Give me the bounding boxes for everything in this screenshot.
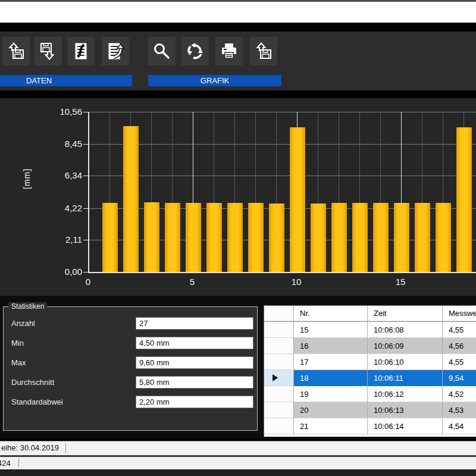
- statistic-label: Min: [11, 339, 24, 347]
- bar: [352, 203, 368, 272]
- statistic-row: Standardabwei: [4, 396, 257, 408]
- table-cell[interactable]: 10:06:13: [368, 402, 443, 418]
- document-delete-icon: [71, 41, 91, 61]
- row-selector-cell[interactable]: [264, 418, 294, 434]
- table-cell[interactable]: 4,53: [443, 402, 476, 418]
- table-cell[interactable]: 10:06:10: [368, 354, 443, 370]
- bar: [436, 203, 451, 272]
- statistic-value-field[interactable]: [136, 376, 253, 389]
- table-cell[interactable]: 4,56: [443, 338, 476, 354]
- bar: [206, 203, 222, 272]
- statistic-value-field[interactable]: [136, 317, 253, 330]
- table-cell[interactable]: 9,54: [443, 370, 476, 386]
- column-header[interactable]: Zeit: [368, 306, 443, 321]
- table-row[interactable]: 1610:06:094,56: [264, 338, 476, 354]
- statistic-row: Anzahl: [4, 317, 257, 330]
- x-axis-tick-label: 10: [284, 277, 308, 287]
- y-axis-tick-label: 8,45: [46, 139, 82, 149]
- bar: [227, 203, 243, 272]
- table-header-row: Nr.ZeitMesswert: [264, 306, 476, 322]
- bottom-section: Statistiken AnzahlMinMaxDurchschnittStan…: [0, 296, 476, 439]
- table-cell[interactable]: 19: [294, 386, 368, 402]
- row-selector-cell[interactable]: [264, 354, 294, 370]
- y-axis-tick: [83, 272, 88, 273]
- y-axis-tick-label: 6,34: [46, 170, 82, 180]
- current-row-arrow-icon: [273, 374, 278, 381]
- bar: [165, 203, 180, 272]
- status-bar-series: eihe: 30.04.2019: [0, 441, 476, 456]
- table-cell[interactable]: 15: [294, 322, 368, 338]
- zoom-button[interactable]: [148, 37, 176, 65]
- bar: [331, 203, 347, 272]
- table-cell[interactable]: 21: [294, 418, 368, 434]
- statistic-value-field[interactable]: [136, 356, 253, 369]
- row-selector-cell[interactable]: [264, 322, 294, 338]
- y-axis-tick: [83, 112, 88, 112]
- row-selector-cell[interactable]: [264, 370, 294, 386]
- refresh-button[interactable]: [181, 37, 209, 65]
- column-header[interactable]: Messwert: [443, 306, 476, 321]
- row-selector-cell[interactable]: [264, 386, 294, 402]
- table-row[interactable]: 1810:06:119,54: [264, 370, 476, 386]
- bar: [144, 202, 159, 272]
- y-axis-tick: [83, 208, 88, 209]
- floppy-up-arrow-icon: [253, 41, 274, 61]
- bar: [248, 203, 264, 272]
- statistic-label: Max: [11, 358, 26, 367]
- table-cell[interactable]: 4,55: [443, 322, 476, 338]
- table-row[interactable]: 1710:06:104,55: [264, 354, 476, 370]
- column-header[interactable]: Nr.: [294, 306, 368, 321]
- x-axis-tick-label: 0: [76, 277, 100, 287]
- toolbar-group-label-daten: DATEN: [0, 75, 132, 86]
- magnifier-icon: [152, 41, 172, 61]
- y-axis-tick: [83, 176, 88, 176]
- open-data-button[interactable]: [2, 37, 30, 65]
- status-separator: [65, 443, 66, 453]
- save-data-button[interactable]: [35, 37, 62, 65]
- table-cell[interactable]: 4,55: [443, 354, 476, 370]
- table-row[interactable]: 1510:06:084,55: [264, 322, 476, 338]
- table-row[interactable]: 2010:06:134,53: [264, 402, 476, 418]
- export-data-button[interactable]: [102, 37, 129, 65]
- bar: [311, 203, 326, 272]
- y-axis-tick-label: 10,56: [46, 107, 82, 117]
- table-cell[interactable]: 10:06:09: [368, 338, 443, 354]
- statistic-value-field[interactable]: [136, 337, 253, 349]
- save-graphic-button[interactable]: [250, 37, 277, 65]
- document-export-arrow-icon: [105, 41, 126, 61]
- statistic-label: Anzahl: [11, 319, 35, 328]
- table-cell[interactable]: 10:06:12: [368, 386, 443, 402]
- table-cell[interactable]: 18: [294, 370, 368, 386]
- measurement-table[interactable]: Nr.ZeitMesswert1510:06:084,551610:06:094…: [264, 305, 476, 437]
- y-axis-tick-label: 4,22: [46, 203, 82, 213]
- statistic-value-field[interactable]: [136, 396, 253, 408]
- table-cell[interactable]: 17: [294, 354, 368, 370]
- table-cell[interactable]: 10:06:11: [368, 370, 443, 386]
- table-cell[interactable]: 10:06:08: [368, 322, 443, 338]
- y-axis-tick: [83, 144, 88, 145]
- table-cell[interactable]: 20: [294, 402, 368, 418]
- gridline-horizontal: [89, 144, 476, 145]
- row-selector-cell[interactable]: [264, 338, 294, 354]
- table-cell[interactable]: 16: [294, 338, 368, 354]
- statistics-groupbox-title: Statistiken: [8, 302, 47, 311]
- print-button[interactable]: [215, 37, 243, 65]
- statistic-row: Min: [4, 337, 257, 349]
- row-selector-header: [264, 306, 294, 321]
- table-cell[interactable]: 10:06:14: [368, 418, 443, 434]
- series-date-text: eihe: 30.04.2019: [1, 443, 59, 452]
- table-row[interactable]: 1910:06:124,52: [264, 386, 476, 402]
- table-cell[interactable]: 4,52: [443, 386, 476, 402]
- separator-band: [0, 90, 476, 98]
- table-cell[interactable]: 4,54: [443, 418, 476, 434]
- menu-strip: [0, 2, 476, 23]
- toolbar-group-label-grafik: GRAFIK: [148, 75, 281, 86]
- statistic-label: Durchschnitt: [11, 378, 54, 387]
- bar: [373, 203, 389, 272]
- row-selector-cell[interactable]: [264, 402, 294, 418]
- separator-band: [0, 23, 476, 32]
- recycle-icon: [185, 41, 205, 61]
- y-axis-tick: [83, 240, 88, 240]
- clear-data-button[interactable]: [67, 37, 95, 65]
- table-row[interactable]: 2110:06:144,54: [264, 418, 476, 434]
